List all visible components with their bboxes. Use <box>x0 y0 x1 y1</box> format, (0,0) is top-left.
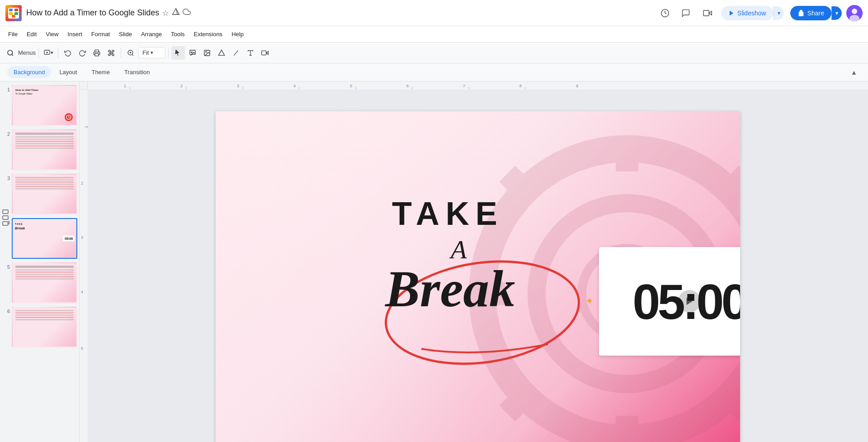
slide-thumbnail-6[interactable]: 6 <box>2 307 77 347</box>
svg-rect-11 <box>703 10 709 16</box>
cloud-save-icon[interactable] <box>183 8 191 18</box>
share-dropdown-button[interactable]: ▾ <box>831 6 842 20</box>
break-container: Break <box>385 254 580 353</box>
line-button[interactable] <box>229 46 243 60</box>
menu-slide[interactable]: Slide <box>114 29 137 39</box>
labels-panel-icon <box>2 208 9 235</box>
menus-label[interactable]: Menus <box>18 49 36 56</box>
slide-thumbnail-3[interactable]: 3 <box>2 174 77 214</box>
slide-thumb-4[interactable]: TAKE Break 05:00 <box>12 218 77 259</box>
header-right: Slideshow ▾ Share ▾ <box>657 5 863 21</box>
slide-thumb-6[interactable] <box>12 307 77 347</box>
slide-thumbnail-5[interactable]: 5 <box>2 262 77 303</box>
slide-number-6: 6 <box>2 307 10 314</box>
star-icon[interactable]: ☆ <box>162 8 169 18</box>
doc-title[interactable]: How to Add a Timer to Google Slides <box>26 8 159 18</box>
take-text: TAKE <box>392 195 504 232</box>
svg-rect-36 <box>3 210 8 214</box>
tab-layout[interactable]: Layout <box>53 66 83 78</box>
toolbar-sep-4 <box>168 48 169 58</box>
textbox-button[interactable] <box>244 46 257 60</box>
menu-format[interactable]: Format <box>87 29 114 39</box>
slideshow-button[interactable]: Slideshow <box>721 6 774 20</box>
slide-panel: 1 How to Add TimerTo Google Slides 2 <box>0 81 80 442</box>
ruler-vertical: 1 2 3 4 5 <box>80 90 88 442</box>
svg-point-16 <box>8 50 13 55</box>
menu-help[interactable]: Help <box>227 29 248 39</box>
slideshow-dropdown-button[interactable]: ▾ <box>774 6 784 20</box>
zoom-dropdown-icon: ▾ <box>151 50 153 56</box>
menu-view[interactable]: View <box>41 29 63 39</box>
menu-extensions[interactable]: Extensions <box>189 29 227 39</box>
print-button[interactable] <box>90 46 104 60</box>
svg-text:4: 4 <box>81 290 83 294</box>
svg-text:1: 1 <box>124 84 126 88</box>
slide-5-content <box>15 266 74 280</box>
svg-text:9: 9 <box>576 84 578 88</box>
slide-1-title: How to Add TimerTo Google Slides <box>15 89 38 96</box>
slide-4-take: TAKE <box>15 223 23 225</box>
embed-button[interactable] <box>258 46 272 60</box>
menu-insert[interactable]: Insert <box>63 29 87 39</box>
undo-button[interactable] <box>61 46 75 60</box>
slide-thumb-2[interactable] <box>12 129 77 170</box>
zoom-select[interactable]: Fit ▾ <box>138 47 165 58</box>
tab-background[interactable]: Background <box>7 66 51 78</box>
share-button[interactable]: Share <box>790 6 831 20</box>
slide-thumbnail-2[interactable]: 2 <box>2 129 77 170</box>
move-cursor-icon[interactable]: ✦ <box>585 295 594 307</box>
slide-thumb-5[interactable] <box>12 262 77 303</box>
avatar[interactable] <box>846 5 863 21</box>
slide-thumbnail-1[interactable]: 1 How to Add TimerTo Google Slides <box>2 85 77 126</box>
image-button[interactable] <box>200 46 214 60</box>
svg-text:7: 7 <box>463 84 465 88</box>
slide-thumbnail-4[interactable]: 4 TAKE Break 05:00 <box>2 218 77 259</box>
svg-rect-37 <box>3 216 8 219</box>
svg-text:2: 2 <box>180 84 183 88</box>
slide-thumb-3[interactable] <box>12 174 77 214</box>
tab-theme[interactable]: Theme <box>85 66 116 78</box>
tab-transition[interactable]: Transition <box>118 66 156 78</box>
svg-rect-3 <box>9 12 13 15</box>
slide-canvas[interactable]: TAKE A Brea <box>216 111 740 442</box>
slide-thumb-1[interactable]: How to Add TimerTo Google Slides <box>12 85 77 126</box>
timer-display: 05:00 <box>632 273 740 330</box>
new-slide-button[interactable]: ▾ <box>42 46 55 60</box>
tab-collapse-button[interactable]: ▲ <box>847 66 861 79</box>
shape-button[interactable] <box>215 46 228 60</box>
menu-edit[interactable]: Edit <box>22 29 41 39</box>
menu-file[interactable]: File <box>4 29 22 39</box>
svg-marker-12 <box>730 10 733 15</box>
ruler-horizontal: 1 2 3 4 5 6 7 8 9 <box>80 81 868 90</box>
menu-arrange[interactable]: Arrange <box>137 29 166 39</box>
present-button[interactable] <box>698 5 717 21</box>
redo-button[interactable] <box>75 46 89 60</box>
svg-point-27 <box>191 52 193 53</box>
slide-1-clock-icon <box>65 113 73 121</box>
svg-rect-35 <box>262 51 266 55</box>
paint-format-button[interactable] <box>104 46 118 60</box>
svg-line-71 <box>507 174 530 196</box>
slide-number-2: 2 <box>2 129 10 137</box>
break-text: Break <box>385 254 580 315</box>
version-history-button[interactable] <box>657 5 673 21</box>
comments-button[interactable] <box>678 5 694 21</box>
menu-tools[interactable]: Tools <box>166 29 189 39</box>
drive-icon[interactable] <box>172 8 180 18</box>
search-menus-icon[interactable] <box>4 46 17 60</box>
timer-widget[interactable]: ✦ 05:00 <box>599 247 740 356</box>
select-tool-button[interactable] <box>171 46 185 60</box>
toolbar-sep-3 <box>121 48 121 58</box>
toolbar: Menus ▾ Fit ▾ <box>0 43 868 63</box>
svg-rect-40 <box>88 81 868 90</box>
share-label: Share <box>807 10 824 17</box>
share-button-wrap: Share ▾ <box>790 6 842 20</box>
slide-3-content <box>15 177 74 190</box>
slide-tab-bar: Background Layout Theme Transition ▲ <box>0 63 868 81</box>
zoom-button[interactable] <box>124 46 137 60</box>
canvas-scroll-area[interactable]: 1 2 3 4 5 <box>80 90 868 442</box>
svg-text:3: 3 <box>237 84 239 88</box>
svg-rect-1 <box>9 9 13 11</box>
main-canvas-wrap: 1 2 3 4 5 6 7 8 9 <box>80 81 868 442</box>
move-tool-button[interactable] <box>186 46 199 60</box>
